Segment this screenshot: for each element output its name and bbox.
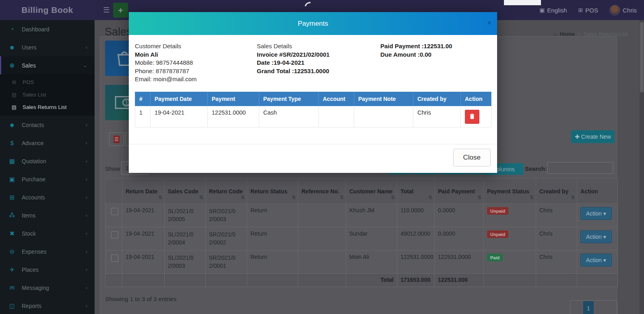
customer-name: Moin Ali — [135, 51, 197, 59]
customer-details: Customer Details Moin Ali Mobile: 987574… — [135, 42, 197, 84]
due-amount: Due Amount :0.00 — [380, 51, 452, 59]
header-created-by[interactable]: Created by⇅ — [536, 179, 577, 204]
minus-circle-icon: ⊖ — [8, 248, 16, 255]
chevron-left-icon: ‹ — [86, 267, 87, 273]
sort-icon: ⇅ — [340, 195, 344, 200]
row-action-button[interactable]: Action ▾ — [580, 207, 612, 220]
sidebar-item-expenses[interactable]: ⊖ Expenses ‹ — [0, 242, 95, 261]
header-return-status[interactable]: Return Status⇅ — [247, 179, 298, 204]
close-icon[interactable]: × — [487, 19, 491, 27]
status-badge: Unpaid — [487, 207, 508, 215]
row-checkbox[interactable] — [111, 254, 118, 262]
create-new-label: Create New — [581, 133, 611, 140]
sidebar-item-label: Sales — [22, 62, 36, 69]
sales-icon: ⊕ — [8, 62, 16, 69]
table-row: 19-04-2021 SL/2021/02/0005 SR/2021/02/00… — [105, 204, 618, 227]
sidebar-item-sales-returns-list[interactable]: ▤ Sales Returns List — [0, 101, 95, 113]
sidebar-item-accounts[interactable]: ⊞ Accounts ‹ — [0, 188, 95, 206]
export-pdf-button[interactable] — [109, 132, 124, 146]
footer-total-label: Total — [346, 274, 397, 287]
language-label: English — [547, 7, 567, 14]
row-checkbox[interactable] — [111, 231, 118, 238]
sort-icon: ⇅ — [530, 195, 534, 200]
envelope-icon: ✉ — [8, 284, 16, 291]
sidebar-item-messaging[interactable]: ✉ Messaging ‹ — [0, 279, 95, 297]
search-label: Search: — [525, 165, 547, 172]
dashboard-icon: ◔ — [8, 26, 16, 33]
list-icon: ▤ — [10, 92, 18, 98]
dollar-icon: $ — [8, 140, 16, 146]
chevron-left-icon: ‹ — [86, 140, 87, 146]
avatar — [609, 5, 620, 16]
customer-phone: Phone: 8787878787 — [135, 67, 197, 76]
pos-link[interactable]: ⊞ POS — [578, 7, 598, 14]
sidebar-item-places[interactable]: ✈ Places ‹ — [0, 261, 95, 279]
sort-icon: ⇅ — [428, 195, 432, 200]
payments-table: # Payment Date Payment Payment Type Acco… — [135, 92, 491, 127]
user-menu[interactable]: Chris — [609, 5, 637, 16]
pay-header-date: Payment Date — [151, 92, 208, 106]
row-action-button[interactable]: Action ▾ — [580, 230, 612, 243]
pay-header-account: Account — [319, 92, 354, 106]
chevron-left-icon: ‹ — [86, 212, 87, 218]
delete-payment-button[interactable] — [465, 110, 479, 124]
sidebar-item-label: POS — [23, 79, 34, 85]
invoice-date: Date :19-04-2021 — [257, 59, 330, 67]
sidebar-item-pos[interactable]: ⊞ POS — [0, 76, 95, 88]
svg-text:1: 1 — [125, 99, 128, 107]
sort-icon: ⇅ — [477, 195, 481, 200]
sidebar-item-reports[interactable]: ◫ Reports ‹ — [0, 297, 95, 314]
sidebar-item-contacts[interactable]: ☻ Contacts ‹ — [0, 116, 95, 134]
header-reference-no[interactable]: Reference No.⇅ — [298, 179, 346, 204]
row-checkbox[interactable] — [111, 208, 118, 215]
header-customer-name[interactable]: Customer Name⇅ — [346, 179, 397, 204]
sidebar-item-label: Reports — [22, 303, 41, 309]
sidebar-item-sales-list[interactable]: ▤ Sales List — [0, 88, 95, 101]
cubes-icon: ⁂ — [8, 212, 16, 219]
sidebar-item-purchase[interactable]: ▣ Purchase ‹ — [0, 170, 95, 188]
row-action-button[interactable]: Action ▾ — [580, 254, 612, 267]
create-new-button[interactable]: ✚ Create New — [571, 130, 615, 143]
header-total[interactable]: Total⇅ — [397, 179, 435, 204]
sidebar-item-users[interactable]: ☻ Users ‹ — [0, 38, 95, 56]
calendar-icon: ▦ — [8, 158, 16, 165]
sidebar-item-stock[interactable]: ✖ Stock ‹ — [0, 224, 95, 242]
scrollbar[interactable] — [640, 20, 644, 314]
header-payment-status[interactable]: Payment Status⇅ — [484, 179, 536, 204]
plus-icon: ✚ — [575, 133, 580, 140]
close-button[interactable]: Close — [453, 149, 491, 166]
scrollbar-thumb[interactable] — [640, 22, 644, 92]
sidebar-item-label: Dashboard — [22, 26, 50, 33]
footer-total-value: 171653.000 — [397, 274, 435, 287]
quick-add-button[interactable]: + — [113, 3, 128, 18]
chevron-left-icon: ‹ — [86, 285, 87, 291]
pdf-icon — [114, 135, 120, 143]
screen: Billing Book ☰ + ▣ English ⊞ POS Chris ◔… — [0, 0, 644, 314]
sidebar-toggle-icon[interactable]: ☰ — [99, 0, 113, 20]
header-sales-code[interactable]: Sales Code⇅ — [165, 179, 206, 204]
language-menu[interactable]: ▣ English — [539, 7, 567, 14]
chevron-left-icon: ‹ — [86, 158, 87, 164]
pay-header-num: # — [135, 92, 151, 106]
sort-icon: ⇅ — [292, 195, 296, 200]
header-return-code[interactable]: Return Code⇅ — [206, 179, 247, 204]
customer-mobile: Mobile: 98757444888 — [135, 59, 197, 67]
sort-icon: ⇅ — [199, 195, 203, 200]
chevron-left-icon: ‹ — [86, 303, 87, 309]
sidebar-item-quotation[interactable]: ▦ Quotation ‹ — [0, 152, 95, 170]
users-icon: ☻ — [8, 44, 16, 51]
sidebar-item-label: Expenses — [22, 248, 46, 255]
chevron-left-icon: ‹ — [86, 176, 87, 182]
sidebar-item-dashboard[interactable]: ◔ Dashboard — [0, 20, 95, 38]
sidebar-item-advance[interactable]: $ Advance ‹ — [0, 134, 95, 152]
header-paid-payment[interactable]: Paid Payment⇅ — [435, 179, 484, 204]
sidebar-item-items[interactable]: ⁂ Items ‹ — [0, 206, 95, 224]
caret-down-icon: ▾ — [603, 234, 606, 240]
app-brand[interactable]: Billing Book — [0, 0, 95, 20]
search-input[interactable] — [547, 162, 613, 174]
header-return-date[interactable]: Return Date⇅ — [122, 179, 165, 204]
page-1-button[interactable]: 1 — [583, 301, 594, 314]
sidebar-item-sales[interactable]: ⊕ Sales ⌄ — [0, 56, 95, 74]
sidebar-item-label: Places — [22, 267, 39, 273]
footer-paid-value: 122531.000 — [435, 274, 484, 287]
